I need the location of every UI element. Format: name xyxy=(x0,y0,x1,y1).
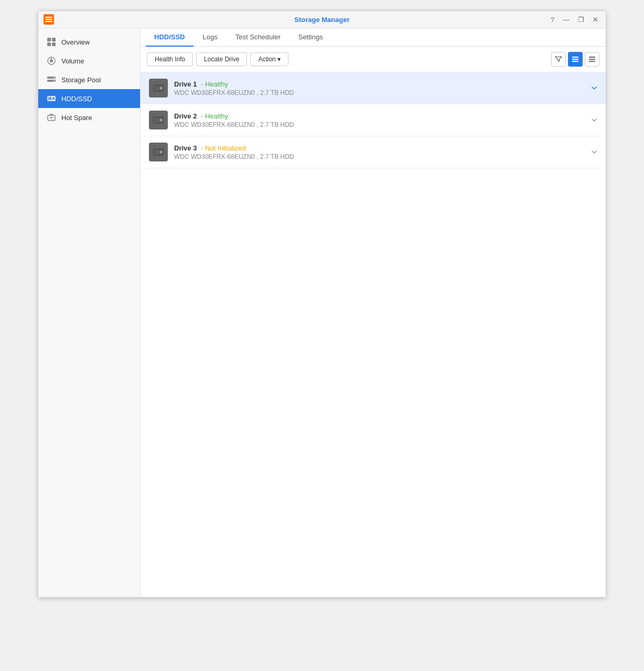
app-icon xyxy=(44,14,54,25)
svg-rect-51 xyxy=(154,152,159,153)
action-button[interactable]: Action ▾ xyxy=(250,52,288,66)
svg-rect-5 xyxy=(52,38,56,41)
drive-item-1[interactable]: Drive 1 - Healthy WDC WD30EFRX-68EUZN0 ,… xyxy=(141,72,606,104)
health-info-button[interactable]: Health Info xyxy=(147,52,193,66)
drive-name-2: Drive 2 - Healthy xyxy=(174,112,585,120)
drive-status-3: - Not Initialized xyxy=(201,144,246,152)
sidebar-label-storage-pool: Storage Pool xyxy=(61,76,101,84)
sidebar-label-volume: Volume xyxy=(61,57,84,65)
list-view-icon xyxy=(572,56,579,63)
svg-point-16 xyxy=(52,98,55,100)
title-bar: Storage Manager ? — ❐ ✕ xyxy=(38,11,606,28)
drive-info-3: Drive 3 - Not Initialized WDC WD30EFRX-6… xyxy=(174,144,585,160)
drive-expand-3[interactable] xyxy=(591,149,597,155)
restore-button[interactable]: ❐ xyxy=(576,15,586,24)
svg-rect-38 xyxy=(154,86,159,87)
sidebar-label-hot-spare: Hot Spare xyxy=(61,114,92,122)
sidebar-item-hdd-ssd[interactable]: HDD/SSD xyxy=(38,89,140,108)
svg-point-13 xyxy=(53,77,55,78)
main-content: HDD/SSD Logs Test Scheduler Settings Hea… xyxy=(141,28,606,597)
drive-status-1: - Healthy xyxy=(201,80,228,88)
svg-rect-45 xyxy=(154,120,159,121)
action-label: Action ▾ xyxy=(258,56,281,63)
drive-list: Drive 1 - Healthy WDC WD30EFRX-68EUZN0 ,… xyxy=(141,72,606,597)
tab-test-scheduler[interactable]: Test Scheduler xyxy=(227,28,289,47)
svg-rect-44 xyxy=(154,118,159,119)
svg-rect-6 xyxy=(47,42,51,46)
storage-pool-icon xyxy=(47,75,56,84)
sidebar: Overview Volume xyxy=(38,28,141,597)
content-area: Overview Volume xyxy=(38,28,606,597)
drive-item-3[interactable]: Drive 3 - Not Initialized WDC WD30EFRX-6… xyxy=(141,136,606,168)
svg-rect-33 xyxy=(589,59,595,60)
drive-info-1: Drive 1 - Healthy WDC WD30EFRX-68EUZN0 ,… xyxy=(174,80,585,96)
sidebar-item-overview[interactable]: Overview xyxy=(38,33,140,51)
detail-view-icon xyxy=(588,56,596,63)
minimize-button[interactable]: — xyxy=(561,15,572,24)
drive-model-2: WDC WD30EFRX-68EUZN0 , 2.7 TB HDD xyxy=(174,121,585,128)
sidebar-item-hot-spare[interactable]: Hot Spare xyxy=(38,108,140,127)
svg-point-37 xyxy=(160,88,162,89)
drive-name-3: Drive 3 - Not Initialized xyxy=(174,144,585,152)
filter-icon xyxy=(555,56,562,63)
drive-info-2: Drive 2 - Healthy WDC WD30EFRX-68EUZN0 ,… xyxy=(174,112,585,128)
drive-icon-2 xyxy=(149,111,168,129)
locate-drive-button[interactable]: Locate Drive xyxy=(196,52,247,66)
svg-rect-31 xyxy=(572,61,574,62)
drive-model-3: WDC WD30EFRX-68EUZN0 , 2.7 TB HDD xyxy=(174,153,585,160)
detail-view-button[interactable] xyxy=(585,52,599,67)
sidebar-label-hdd-ssd: HDD/SSD xyxy=(61,95,92,103)
drive-item-2[interactable]: Drive 2 - Healthy WDC WD30EFRX-68EUZN0 ,… xyxy=(141,104,606,136)
title-bar-left xyxy=(44,14,54,25)
svg-rect-3 xyxy=(45,21,52,22)
hdd-ssd-icon xyxy=(47,94,56,103)
drive-icon-1 xyxy=(149,79,168,98)
tab-hdd-ssd[interactable]: HDD/SSD xyxy=(146,28,194,47)
window-controls: ? — ❐ ✕ xyxy=(549,15,600,24)
storage-manager-window: Storage Manager ? — ❐ ✕ Overview xyxy=(38,10,606,598)
help-button[interactable]: ? xyxy=(549,15,556,24)
drive-expand-1[interactable] xyxy=(591,85,597,91)
svg-rect-40 xyxy=(154,90,159,90)
filter-button[interactable] xyxy=(551,52,566,67)
svg-rect-39 xyxy=(154,88,159,89)
svg-point-14 xyxy=(53,80,55,81)
svg-point-49 xyxy=(160,151,162,153)
svg-rect-7 xyxy=(52,42,56,46)
svg-rect-50 xyxy=(154,150,159,151)
drive-model-1: WDC WD30EFRX-68EUZN0 , 2.7 TB HDD xyxy=(174,89,585,96)
drive-status-2: - Healthy xyxy=(201,112,228,120)
svg-rect-32 xyxy=(589,57,595,58)
volume-icon xyxy=(47,56,56,66)
tab-bar: HDD/SSD Logs Test Scheduler Settings xyxy=(141,28,606,47)
list-view-button[interactable] xyxy=(568,52,583,67)
overview-icon xyxy=(47,37,56,47)
tab-logs[interactable]: Logs xyxy=(195,28,226,47)
sidebar-label-overview: Overview xyxy=(61,38,90,46)
sidebar-item-volume[interactable]: Volume xyxy=(38,51,140,70)
drive-expand-2[interactable] xyxy=(591,117,597,123)
svg-point-43 xyxy=(160,120,162,121)
svg-rect-46 xyxy=(154,122,159,122)
drive-icon-3 xyxy=(149,143,168,161)
close-button[interactable]: ✕ xyxy=(591,15,600,24)
svg-rect-30 xyxy=(572,59,574,60)
svg-rect-2 xyxy=(45,19,52,20)
svg-rect-34 xyxy=(589,61,595,62)
tab-settings[interactable]: Settings xyxy=(290,28,331,47)
drive-name-1: Drive 1 - Healthy xyxy=(174,80,585,88)
svg-rect-1 xyxy=(45,17,52,18)
sidebar-item-storage-pool[interactable]: Storage Pool xyxy=(38,70,140,89)
svg-rect-29 xyxy=(572,57,574,58)
window-title: Storage Manager xyxy=(294,16,349,24)
svg-rect-52 xyxy=(154,154,159,154)
toolbar-right xyxy=(551,52,599,67)
hot-spare-icon xyxy=(47,113,56,122)
svg-point-9 xyxy=(50,59,53,62)
toolbar: Health Info Locate Drive Action ▾ xyxy=(141,47,606,72)
svg-rect-4 xyxy=(47,38,51,41)
